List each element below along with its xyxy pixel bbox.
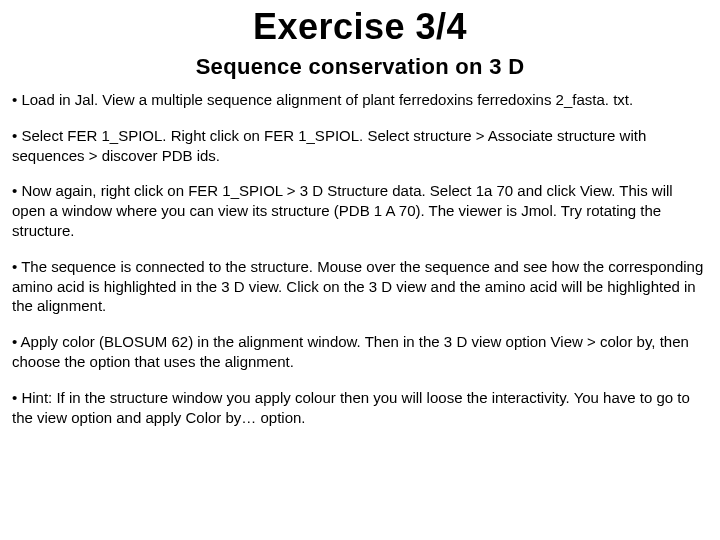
page-subtitle: Sequence conservation on 3 D [12,54,708,80]
bullet-item: • Apply color (BLOSUM 62) in the alignme… [12,332,708,372]
bullet-item: • Now again, right click on FER 1_SPIOL … [12,181,708,240]
page-title: Exercise 3/4 [12,6,708,48]
bullet-item: • The sequence is connected to the struc… [12,257,708,316]
bullet-item: • Load in Jal. View a multiple sequence … [12,90,708,110]
bullet-item: • Hint: If in the structure window you a… [12,388,708,428]
bullet-item: • Select FER 1_SPIOL. Right click on FER… [12,126,708,166]
